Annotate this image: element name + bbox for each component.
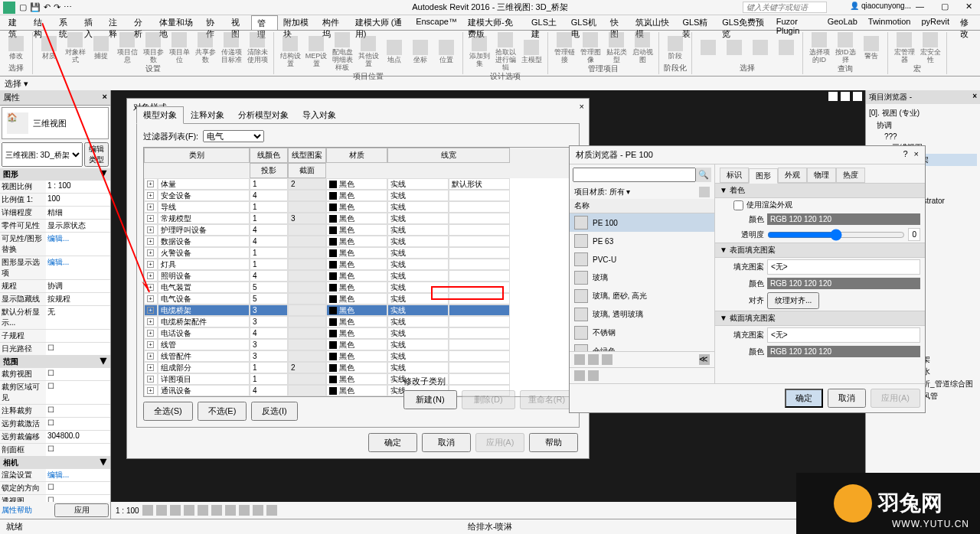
table-row[interactable]: +数据设备4黑色实线 [144,236,572,247]
table-row[interactable]: +灯具1黑色实线 [144,259,572,270]
ribbon-传递项目标准[interactable]: 传递项目标准 [220,32,243,63]
scale-label[interactable]: 1 : 100 [116,506,139,515]
align-button[interactable]: 纹理对齐... [767,292,819,309]
search-input[interactable] [743,2,827,13]
prop-row[interactable]: 视图比例1 : 100 [0,181,110,194]
tab-体量和场地[interactable]: 体量和场地 [154,15,201,30]
material-item[interactable]: 仓绿色 [570,342,714,351]
minimize-button[interactable]: — [911,2,929,11]
ribbon-共享参数[interactable]: 共享参数 [194,32,217,63]
user-label[interactable]: 👤 qiaocunyong... [850,2,911,10]
prop-row[interactable]: 可见性/图形替换编辑... [0,233,110,256]
tree-node[interactable]: 协调 [869,119,977,132]
maximize-icon[interactable] [841,92,850,101]
tab-GeoLab[interactable]: GeoLab [822,15,863,30]
table-row[interactable]: +常规模型13黑色实线 [144,213,572,224]
tab-Twinmotion[interactable]: Twinmotion [863,15,916,30]
mb-tab-图形[interactable]: 图形 [749,168,778,184]
search-icon[interactable]: 🔍 [696,168,711,182]
tab-结构[interactable]: 结构 [28,15,54,30]
tab-附加模块[interactable]: 附加模块 [278,15,318,30]
tab-Enscape™[interactable]: Enscape™ [410,15,462,30]
vb-icon[interactable] [266,505,277,516]
tab-pyRevit[interactable]: pyRevit [916,15,955,30]
tab-管理[interactable]: 管理 [251,15,278,30]
material-item[interactable]: 不锈钢 [570,324,714,342]
color-value[interactable]: RGB 120 120 120 [767,278,920,289]
transparency-slider[interactable] [767,229,905,241]
mb-tab-物理[interactable]: 物理 [807,168,836,183]
tab-插入[interactable]: 插入 [79,15,104,30]
material-item[interactable]: 玻璃, 磨砂, 高光 [570,287,714,305]
os-tab-导入对象[interactable]: 导入对象 [296,106,343,124]
prop-row[interactable]: 显示隐藏线按规程 [0,293,110,306]
button-应用(A)[interactable]: 应用(A) [475,433,524,452]
qat-save[interactable]: 💾 [28,2,42,12]
tab-系统[interactable]: 系统 [54,15,79,30]
prop-row[interactable]: 规程协调 [0,280,110,293]
material-item[interactable]: PVC-U [570,250,714,269]
section-cut[interactable]: ▼ 截面填充图案 [715,311,925,326]
mb-tab-外观[interactable]: 外观 [778,168,807,183]
mb-button-应用(A)[interactable]: 应用(A) [871,389,920,408]
app-icon[interactable] [3,2,15,14]
section-surface[interactable]: ▼ 表面填充图案 [715,243,925,258]
tab-GLS机电[interactable]: GLS机电 [566,15,606,30]
table-row[interactable]: +导线1黑色实线 [144,201,572,213]
table-row[interactable]: +护理呼叫设备4黑色实线 [144,224,572,236]
tab-快图[interactable]: 快图 [605,15,630,30]
close-icon[interactable] [853,92,862,101]
material-item[interactable]: 玻璃 [570,269,714,287]
mb-button-确定[interactable]: 确定 [785,389,823,408]
button-反选(I)[interactable]: 反选(I) [251,402,297,421]
mb-tab-热度[interactable]: 热度 [836,168,865,183]
tab-注释[interactable]: 注释 [103,15,129,30]
color-value[interactable]: RGB 120 120 120 [767,346,920,357]
apply-button[interactable]: 应用 [54,503,109,517]
material-search-input[interactable] [573,168,696,182]
tab-协作[interactable]: 协作 [201,15,226,30]
prop-row[interactable]: 注释裁剪☐ [0,405,110,418]
prop-row[interactable]: 锁定的方向☐ [0,482,110,495]
prop-row[interactable]: 裁剪视图☐ [0,368,110,381]
minimize-icon[interactable] [828,92,838,101]
ribbon-宏安全性[interactable]: 宏安全性 [919,32,942,63]
ribbon-项目信息[interactable]: 项目信息 [116,32,139,63]
prop-row[interactable]: 透视图☐ [0,495,110,502]
ribbon-位置[interactable]: 位置 [435,40,458,63]
ribbon-阶段[interactable]: 阶段 [664,36,687,60]
tool-icon[interactable] [574,370,585,381]
qat-open[interactable]: ▢ [18,2,28,12]
os-tab-注释对象[interactable]: 注释对象 [184,106,231,124]
table-row[interactable]: +体量12黑色实线默认形状 [144,178,572,190]
si[interactable]: ▦ [928,521,940,533]
ribbon-管理链接[interactable]: 管理链接 [553,32,576,63]
si[interactable]: ▽ [962,521,974,533]
table-row[interactable]: +安全设备4黑色实线 [144,190,572,201]
table-row[interactable]: +线管配件3黑色实线 [144,350,572,362]
button-帮助[interactable]: 帮助 [529,433,578,452]
qat-undo[interactable]: ↶ [42,2,52,12]
vb-icon[interactable] [156,505,167,516]
si[interactable]: ▦ [877,521,890,533]
table-row[interactable]: +照明设备4黑色实线 [144,270,572,282]
table-row[interactable]: +电话设备4黑色实线 [144,327,572,339]
ribbon-修改[interactable]: 修改 [5,36,28,60]
tree-node[interactable]: ??? [869,132,977,142]
table-row[interactable]: +电缆桥架配件3黑色实线 [144,316,572,327]
ribbon-选择项的ID[interactable]: 选择项的ID [808,32,831,63]
ribbon-启动视图[interactable]: 启动视图 [631,32,654,63]
close-icon[interactable]: × [580,102,584,111]
si[interactable]: ▦ [894,521,906,533]
add-icon[interactable] [588,354,599,365]
ribbon-项目参数[interactable]: 项目参数 [142,32,165,63]
material-item[interactable]: PE 63 [570,232,714,250]
ribbon-[interactable] [775,40,798,56]
menu-icon[interactable] [602,354,612,365]
button-取消[interactable]: 取消 [422,433,471,452]
prop-row[interactable]: 远剪裁偏移304800.0 [0,431,110,444]
prop-row[interactable]: 零件可见性显示原状态 [0,220,110,233]
ribbon-[interactable] [749,40,772,56]
trans-value[interactable]: 0 [908,228,920,241]
vb-icon[interactable] [170,505,181,516]
